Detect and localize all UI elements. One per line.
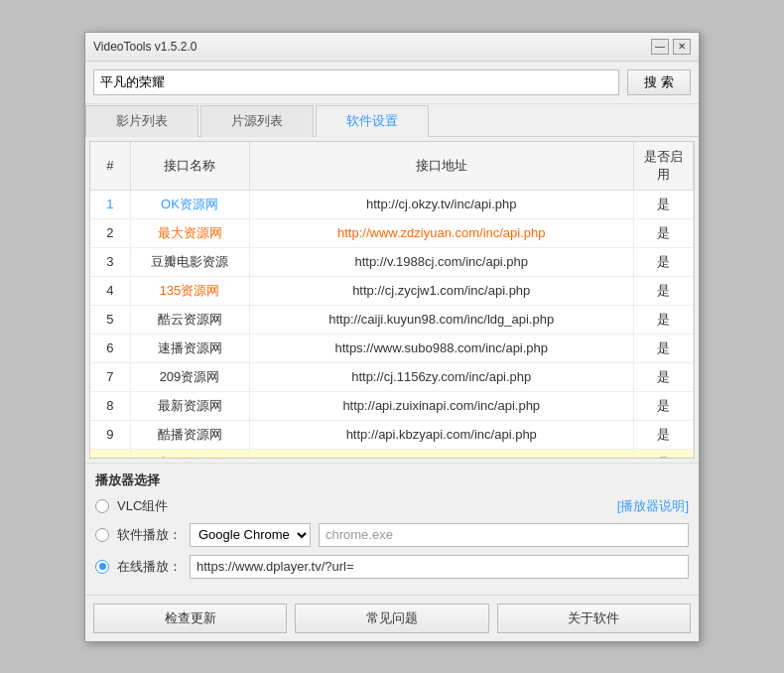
cell-url: http://cj.1156zy.com/inc/api.php	[249, 362, 634, 391]
cell-name: 永久资源网	[130, 449, 249, 459]
cell-url: http://cj.okzy.tv/inc/api.php	[249, 190, 634, 218]
online-label: 在线播放：	[117, 558, 182, 576]
common-issues-button[interactable]: 常见问题	[295, 604, 488, 633]
cell-num: 8	[90, 391, 130, 420]
toolbar: 搜 索	[85, 62, 699, 104]
tab-settings[interactable]: 软件设置	[316, 105, 429, 137]
radio-software[interactable]	[95, 528, 109, 542]
cell-num: 9	[90, 420, 130, 449]
table-row[interactable]: 8 最新资源网 http://api.zuixinapi.com/inc/api…	[90, 391, 694, 420]
cell-url: http://www.zdziyuan.com/inc/api.php	[249, 218, 634, 247]
source-table: # 接口名称 接口地址 是否启用 1 OK资源网 http://cj.okzy.…	[90, 142, 694, 459]
vlc-label: VLC组件	[117, 497, 177, 515]
col-header-url: 接口地址	[249, 142, 634, 191]
table-row[interactable]: 10 永久资源网 http://cj.yongjiuzyw.com/inc/ap…	[90, 449, 694, 459]
col-header-name: 接口名称	[130, 142, 249, 191]
minimize-button[interactable]: —	[651, 39, 669, 55]
cell-enabled: 是	[634, 247, 694, 276]
cell-name: OK资源网	[130, 190, 249, 218]
table-row[interactable]: 5 酷云资源网 http://caiji.kuyun98.com/inc/ldg…	[90, 305, 694, 334]
cell-name: 豆瓣电影资源	[130, 247, 249, 276]
col-header-enabled: 是否启用	[634, 142, 694, 191]
cell-enabled: 是	[634, 449, 694, 459]
cell-enabled: 是	[634, 420, 694, 449]
cell-name: 209资源网	[130, 362, 249, 391]
cell-url: https://www.subo988.com/inc/api.php	[249, 334, 634, 362]
title-bar: VideoTools v1.5.2.0 — ✕	[85, 33, 699, 62]
search-input[interactable]	[93, 69, 619, 95]
cell-name: 最新资源网	[130, 391, 249, 420]
cell-enabled: 是	[634, 305, 694, 334]
cell-url: http://api.kbzyapi.com/inc/api.php	[249, 420, 634, 449]
cell-num: 7	[90, 362, 130, 391]
radio-online[interactable]	[95, 560, 109, 574]
window-controls: — ✕	[651, 39, 691, 55]
software-exe-input[interactable]	[319, 523, 689, 547]
table-row[interactable]: 6 速播资源网 https://www.subo988.com/inc/api.…	[90, 334, 694, 362]
cell-num: 2	[90, 218, 130, 247]
cell-enabled: 是	[634, 190, 694, 218]
cell-url: http://cj.yongjiuzyw.com/inc/api.php	[249, 449, 634, 459]
window-title: VideoTools v1.5.2.0	[93, 40, 197, 54]
cell-name: 酷播资源网	[130, 420, 249, 449]
player-help-link[interactable]: [播放器说明]	[617, 497, 689, 515]
cell-url: http://cj.zycjw1.com/inc/api.php	[249, 276, 634, 305]
close-button[interactable]: ✕	[673, 39, 691, 55]
search-button[interactable]: 搜 索	[627, 69, 691, 95]
cell-name: 最大资源网	[130, 218, 249, 247]
cell-url: http://api.zuixinapi.com/inc/api.php	[249, 391, 634, 420]
online-url-input[interactable]	[190, 555, 689, 579]
tab-movies[interactable]: 影片列表	[85, 105, 198, 137]
table-row[interactable]: 4 135资源网 http://cj.zycjw1.com/inc/api.ph…	[90, 276, 694, 305]
tab-sources[interactable]: 片源列表	[200, 105, 314, 137]
cell-num: 3	[90, 247, 130, 276]
cell-num: 4	[90, 276, 130, 305]
main-window: VideoTools v1.5.2.0 — ✕ 搜 索 影片列表 片源列表 软件…	[84, 32, 700, 642]
cell-name: 速播资源网	[130, 334, 249, 362]
table-row[interactable]: 9 酷播资源网 http://api.kbzyapi.com/inc/api.p…	[90, 420, 694, 449]
cell-name: 135资源网	[130, 276, 249, 305]
player-section: 播放器选择 VLC组件 [播放器说明] 软件播放： Google ChromeF…	[85, 463, 699, 595]
table-header-row: # 接口名称 接口地址 是否启用	[90, 142, 694, 191]
cell-enabled: 是	[634, 391, 694, 420]
table-row[interactable]: 2 最大资源网 http://www.zdziyuan.com/inc/api.…	[90, 218, 694, 247]
software-label: 软件播放：	[117, 526, 182, 544]
cell-url: http://v.1988cj.com/inc/api.php	[249, 247, 634, 276]
cell-num: 10	[90, 449, 130, 459]
cell-enabled: 是	[634, 362, 694, 391]
software-dropdown[interactable]: Google ChromeFirefoxIEPotPlayerVLC	[190, 523, 311, 547]
check-update-button[interactable]: 检查更新	[93, 604, 287, 633]
cell-num: 6	[90, 334, 130, 362]
cell-enabled: 是	[634, 218, 694, 247]
radio-vlc[interactable]	[95, 499, 109, 513]
player-option-online: 在线播放：	[95, 555, 689, 579]
content-area: # 接口名称 接口地址 是否启用 1 OK资源网 http://cj.okzy.…	[85, 141, 699, 595]
source-table-container[interactable]: # 接口名称 接口地址 是否启用 1 OK资源网 http://cj.okzy.…	[89, 141, 695, 459]
cell-enabled: 是	[634, 276, 694, 305]
table-row[interactable]: 3 豆瓣电影资源 http://v.1988cj.com/inc/api.php…	[90, 247, 694, 276]
player-option-vlc: VLC组件 [播放器说明]	[95, 497, 689, 515]
footer: 检查更新 常见问题 关于软件	[85, 595, 699, 641]
cell-num: 5	[90, 305, 130, 334]
cell-num: 1	[90, 190, 130, 218]
tab-bar: 影片列表 片源列表 软件设置	[85, 104, 699, 137]
cell-url: http://caiji.kuyun98.com/inc/ldg_api.php	[249, 305, 634, 334]
table-row[interactable]: 1 OK资源网 http://cj.okzy.tv/inc/api.php 是	[90, 190, 694, 218]
cell-enabled: 是	[634, 334, 694, 362]
player-option-software: 软件播放： Google ChromeFirefoxIEPotPlayerVLC	[95, 523, 689, 547]
cell-name: 酷云资源网	[130, 305, 249, 334]
col-header-num: #	[90, 142, 130, 191]
player-section-title: 播放器选择	[95, 471, 689, 489]
table-row[interactable]: 7 209资源网 http://cj.1156zy.com/inc/api.ph…	[90, 362, 694, 391]
about-button[interactable]: 关于软件	[497, 604, 691, 633]
